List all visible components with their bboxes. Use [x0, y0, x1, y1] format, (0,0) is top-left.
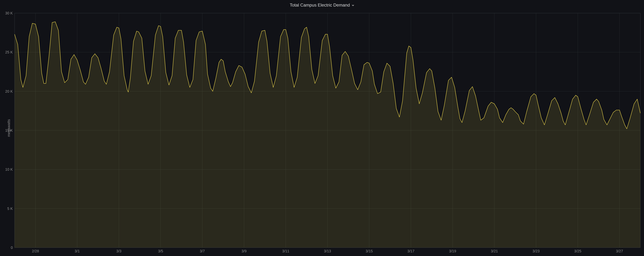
x-tick-label: 3/3: [116, 249, 122, 253]
y-tick-label: 20 K: [5, 89, 13, 93]
plot-svg: [14, 13, 640, 248]
y-tick-label: 5 K: [7, 206, 13, 210]
x-tick-label: 2/28: [32, 249, 39, 253]
x-tick-label: 3/1: [74, 249, 80, 253]
x-tick-label: 3/23: [532, 249, 540, 253]
x-tick-label: 3/21: [491, 249, 498, 253]
x-tick-label: 3/27: [616, 249, 623, 253]
x-tick-label: 3/13: [324, 249, 331, 253]
x-tick-label: 3/19: [449, 249, 456, 253]
x-tick-label: 3/15: [366, 249, 373, 253]
y-tick-label: 25 K: [5, 50, 13, 54]
chart-plot-area[interactable]: 05 K10 K15 K20 K25 K30 K2/283/13/33/53/7…: [14, 13, 640, 248]
y-tick-label: 0: [11, 246, 13, 250]
y-tick-label: 15 K: [5, 128, 13, 132]
chart-panel: Total Campus Electric Demand megawatts 0…: [0, 0, 644, 256]
chevron-down-icon: [352, 5, 354, 6]
x-tick-label: 3/7: [200, 249, 205, 253]
panel-title: Total Campus Electric Demand: [290, 2, 350, 8]
y-axis-title: megawatts: [7, 119, 11, 137]
panel-title-button[interactable]: Total Campus Electric Demand: [0, 0, 644, 10]
x-tick-label: 3/17: [407, 249, 414, 253]
y-tick-label: 30 K: [5, 11, 13, 15]
y-tick-label: 10 K: [5, 168, 13, 172]
x-tick-label: 3/25: [574, 249, 581, 253]
x-tick-label: 3/9: [242, 249, 246, 253]
x-tick-label: 3/11: [282, 249, 289, 253]
x-tick-label: 3/5: [158, 249, 163, 253]
